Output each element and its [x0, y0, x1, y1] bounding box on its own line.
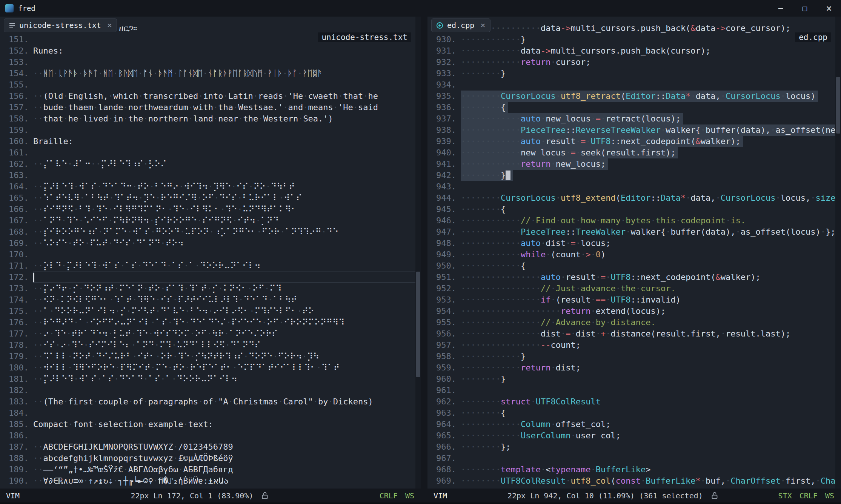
code-line[interactable]: 176.··⠗⠑⠛⠜⠙·⠁·⠊⠕⠋⠋⠔⠤⠝⠁⠊⠇·⠁⠎·⠹⠑·⠙⠑⠁⠙⠑⠌·⠏⠊…: [0, 317, 421, 328]
code-line[interactable]: 177.··⠔·⠹⠑·⠞⠗⠁⠙⠑⠲·⡃⠥⠞·⠹⠑·⠺⠊⠎⠙⠕⠍·⠕⠋·⠳⠗·⠁⠝…: [0, 328, 421, 340]
code-line[interactable]: 954.····················return·extend(lo…: [427, 306, 841, 317]
minimize-button[interactable]: ─: [769, 0, 793, 17]
code-line[interactable]: 190.··∀∂∈ℝ∧∪≡∞·↑↗↨↻⇣·┐┼╔╘►☺♀·ﬁ�⑀₂ἠḂӥẄɐː⍎…: [0, 475, 421, 487]
code-line[interactable]: 966.········};: [427, 441, 841, 453]
code-line[interactable]: 932.············return·cursor;: [427, 57, 841, 68]
code-line[interactable]: 154.··ᚻᛖ·ᚳᚹᚫᚦ·ᚦᚫᛏ·ᚻᛖ·ᛒᚢᛞᛖ·ᚩᚾ·ᚦᚫᛗ·ᛚᚪᚾᛞᛖ·ᚾ…: [0, 68, 421, 79]
code-line[interactable]: 152.Runes:: [0, 45, 421, 57]
code-line[interactable]: 169.··⠡⠕⠎⠑·⠞⠕·⠏⠥⠞·⠙⠊⠎·⠙⠁⠝⠙·⠞⠕⠲: [0, 238, 421, 249]
close-button[interactable]: ×: [817, 0, 841, 17]
code-line[interactable]: 955.················//·Advance·by·distan…: [427, 317, 841, 328]
code-line[interactable]: 182.: [0, 385, 421, 396]
code-line[interactable]: 168.··⡎⠊⠗⠕⠕⠛⠑⠰⠎·⠝⠁⠍⠑·⠺⠁⠎·⠛⠕⠕⠙·⠥⠏⠕⠝·⠰⡡⠁⠝⠛…: [0, 226, 421, 238]
code-line[interactable]: 934.: [427, 79, 841, 91]
code-line[interactable]: 967.: [427, 453, 841, 464]
code-line[interactable]: 961.: [427, 385, 841, 396]
code-line[interactable]: 951.················auto·result·=·UTF8::…: [427, 272, 841, 283]
code-line[interactable]: 175.··⠁·⠙⠕⠕⠗⠤⠝⠁⠊⠇⠲·⡊·⠍⠊⠣⠞·⠙⠁⠧⠑·⠃⠑⠲·⠔⠊⠇⠔⠫…: [0, 306, 421, 317]
tab-close-icon[interactable]: ×: [480, 21, 485, 29]
code-line[interactable]: 153.: [0, 57, 421, 68]
code-line[interactable]: 165.··⠱⠁⠞⠑⠧⠻·⠁⠃⠳⠞·⠹⠁⠞⠲·⡹⠑·⠗⠑⠛⠊⠌⠻·⠕⠋·⠙⠊⠎·…: [0, 192, 421, 204]
code-line[interactable]: 938.············PieceTree::ReverseTreeWa…: [427, 124, 841, 136]
code-line[interactable]: 183.··(The·first·couple·of·paragraphs·of…: [0, 396, 421, 407]
code-line[interactable]: 178.··⠊⠎·⠔·⠹⠑·⠎⠊⠍⠊⠇⠑⠆·⠁⠝⠙·⠍⠹·⠥⠝⠙⠁⠇⠇⠪⠫·⠙⠁…: [0, 340, 421, 351]
whitespace-dot: ·: [506, 340, 510, 350]
code-line[interactable]: 968.········template·<typename·BufferLik…: [427, 464, 841, 475]
code-line[interactable]: 179.··⠩⠁⠇⠇·⠝⠕⠞·⠙⠊⠌⠥⠗⠃·⠊⠞⠂·⠕⠗·⠹⠑·⡊⠳⠝⠞⠗⠹⠰⠎…: [0, 351, 421, 362]
code-line[interactable]: 964.············Column·offset_col;: [427, 419, 841, 430]
code-line[interactable]: 186.: [0, 430, 421, 441]
code-line[interactable]: 187.··ABCDEFGHIJKLMNOPQRSTUVWXYZ·/012345…: [0, 441, 421, 453]
code-line[interactable]: 939.············auto·result·=·UTF8::next…: [427, 136, 841, 147]
code-line[interactable]: 956.················dist·=·dist·+·distan…: [427, 328, 841, 340]
code-line[interactable]: 944.········CursorLocus·utf8_extend(Edit…: [427, 192, 841, 204]
code-line[interactable]: 936.········{: [427, 102, 841, 113]
code-line[interactable]: 185.Compact·font·selection·example·text:: [0, 419, 421, 430]
code-line[interactable]: 959.············return·dist;: [427, 362, 841, 373]
maximize-button[interactable]: □: [793, 0, 817, 17]
code-line[interactable]: 950.············{: [427, 260, 841, 272]
code-line[interactable]: 952.················//·Just·advance·the·…: [427, 283, 841, 294]
scrollbar[interactable]: [835, 17, 841, 489]
tab-ed-cpp[interactable]: ed.cpp ×: [431, 18, 490, 32]
code-line[interactable]: 157.··bude·thaem·lande·northweardum·with…: [0, 102, 421, 113]
tab-unicode-stress[interactable]: unicode-stress.txt ×: [4, 18, 117, 32]
code-line[interactable]: 160.Braille:: [0, 136, 421, 147]
whitespace-dot: ·: [74, 318, 78, 327]
code-line[interactable]: 164.··⡍⠜⠇⠑⠹·⠺⠁⠎·⠙⠑⠁⠙⠒·⠞⠕·⠃⠑⠛⠔·⠺⠊⠹⠲·⡹⠻⠑·⠊…: [0, 181, 421, 192]
code-line[interactable]: 159.: [0, 124, 421, 136]
code-line[interactable]: 962.········struct·UTF8ColResult: [427, 396, 841, 407]
whitespace-dot: ·: [486, 306, 490, 316]
code-line[interactable]: 943.: [427, 181, 841, 192]
code-line[interactable]: 155.: [0, 79, 421, 91]
text-buffer[interactable]: 929.················data->multi_cursors.…: [427, 17, 841, 487]
code-line[interactable]: 947.············PieceTree::TreeWalker·wa…: [427, 226, 841, 238]
right-editor-pane[interactable]: ed.cpp × ed.cpp 929.················data…: [427, 17, 841, 489]
code-line[interactable]: 931.············data->multi_cursors.push…: [427, 45, 841, 57]
code-line[interactable]: 161.: [0, 147, 421, 158]
code-line[interactable]: 189.··–—‘“”„†•…‰™œŠŸž€·ΑΒΓΔΩαβγδω·АБВГДа…: [0, 464, 421, 475]
code-line[interactable]: 172.: [0, 272, 421, 283]
code-line[interactable]: 965.············UserColumn·user_col;: [427, 430, 841, 441]
code-line[interactable]: 957.················--count;: [427, 340, 841, 351]
code-line[interactable]: 170.: [0, 249, 421, 260]
code-line[interactable]: 181.··⡍⠜⠇⠑⠹·⠺⠁⠎·⠁⠎·⠙⠑⠁⠙·⠁⠎·⠁·⠙⠕⠕⠗⠤⠝⠁⠊⠇⠲: [0, 373, 421, 385]
code-line[interactable]: 948.············auto·dist·=·locus;: [427, 238, 841, 249]
code-line[interactable]: 163.: [0, 170, 421, 181]
scrollbar[interactable]: [415, 17, 421, 489]
code-line[interactable]: 945.········{: [427, 204, 841, 215]
code-line[interactable]: 166.··⠎⠊⠛⠝⠫·⠃⠹·⠹⠑·⠊⠇⠻⠛⠹⠍⠁⠝⠂·⠹⠑·⠊⠇⠻⠅⠂·⠹⠑·…: [0, 204, 421, 215]
code-line[interactable]: 162.··⡌⠁⠧⠑·⠼⠁⠒··⡍⠜⠇⠑⠹⠰⠎·⡣⠕⠌: [0, 158, 421, 170]
code-line[interactable]: 960.········}: [427, 373, 841, 385]
code-line[interactable]: 173.··⡍⠔⠙⠖·⡊·⠙⠕⠝⠰⠞·⠍⠑⠁⠝·⠞⠕·⠎⠁⠹·⠹⠁⠞·⡊·⠅⠝⠪…: [0, 283, 421, 294]
whitespace-dot: ·: [461, 442, 466, 452]
code-line[interactable]: 953.················if·(result·==·UTF8::…: [427, 294, 841, 306]
whitespace-dot: ·: [471, 352, 476, 361]
code-line[interactable]: 940.············new_locus·=·seek(result.…: [427, 147, 841, 158]
code-line[interactable]: 180.··⠺⠊⠇⠇·⠹⠻⠑⠋⠕⠗⠑·⠏⠻⠍⠊⠞·⠍⠑·⠞⠕·⠗⠑⠏⠑⠁⠞⠂·⠑…: [0, 362, 421, 373]
tab-close-icon[interactable]: ×: [107, 21, 112, 29]
code-line[interactable]: 963.········{: [427, 407, 841, 419]
scrollbar-thumb[interactable]: [416, 272, 420, 377]
code-line[interactable]: 167.··⠁⠝⠙·⠹⠑·⠡⠊⠑⠋·⠍⠳⠗⠝⠻⠲·⡎⠊⠗⠕⠕⠛⠑·⠎⠊⠛⠝⠫·⠊…: [0, 215, 421, 226]
code-line[interactable]: 949.············while·(count·>·0): [427, 249, 841, 260]
code-line[interactable]: 158.··that·he·lived·in·the·northern·land…: [0, 113, 421, 124]
code-line[interactable]: 930.············}: [427, 34, 841, 45]
scrollbar-thumb[interactable]: [836, 77, 840, 134]
code-line[interactable]: 156.··(Old·English,·which·transcribed·in…: [0, 91, 421, 102]
code-line[interactable]: 937.············auto·new_locus·=·retract…: [427, 113, 841, 124]
code-line[interactable]: 969.········UTF8ColResult·utf8_col(const…: [427, 475, 841, 487]
code-line[interactable]: 171.··⡕⠇⠙·⡍⠜⠇⠑⠹·⠺⠁⠎·⠁⠎·⠙⠑⠁⠙·⠁⠎·⠁·⠙⠕⠕⠗⠤⠝⠁…: [0, 260, 421, 272]
code-line[interactable]: 941.············return·new_locus;: [427, 158, 841, 170]
code-line[interactable]: 958.············}: [427, 351, 841, 362]
code-line[interactable]: 946.············//·Find·out·how·many·byt…: [427, 215, 841, 226]
code-line[interactable]: 933.········}: [427, 68, 841, 79]
code-line[interactable]: 174.··⠪⠝·⠅⠝⠪⠇⠫⠛⠑⠂·⠱⠁⠞·⠹⠻⠑·⠊⠎·⠏⠜⠞⠊⠊⠥⠇⠜⠇⠹·…: [0, 294, 421, 306]
left-editor-pane[interactable]: unicode-stress.txt × unicode-stress.txt …: [0, 17, 421, 489]
pane-divider[interactable]: [421, 17, 427, 489]
code-line[interactable]: 942.········}: [427, 170, 841, 181]
code-line[interactable]: 935.········CursorLocus·utf8_retract(Edi…: [427, 91, 841, 102]
text-buffer[interactable]: 150.··እግርህን·በፍራሽህ·ልክ·ዘርጋ።151.152.Runes:1…: [0, 17, 421, 487]
code-line[interactable]: 184.: [0, 407, 421, 419]
code-line[interactable]: 188.··abcdefghijklmnopqrstuvwxyz·£©µÀÆÖÞ…: [0, 453, 421, 464]
